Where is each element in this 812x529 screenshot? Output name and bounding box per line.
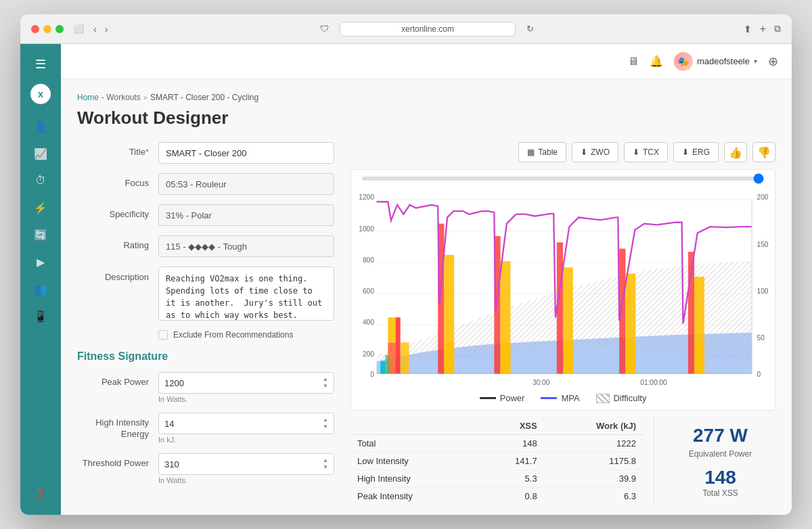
breadcrumb-separator: » — [143, 93, 148, 101]
title-input[interactable] — [158, 142, 334, 164]
hi-energy-hint: In kJ. — [158, 436, 334, 444]
breadcrumb-home[interactable]: Home — [77, 93, 99, 102]
stats-row-label: Low Intensity — [351, 453, 478, 470]
sidebar-item-chart[interactable]: 📈 — [27, 141, 54, 166]
maximize-button[interactable] — [55, 25, 64, 33]
titlebar: ⬜ ‹ › 🛡 xertonline.com ↻ ⬆ + ⧉ — [20, 14, 792, 44]
shield-icon: 🛡 — [320, 24, 329, 34]
stats-section: XSS Work (kJ) Total 148 1222 Low Intensi… — [351, 417, 775, 505]
sidebar-item-refresh[interactable]: 🔄 — [27, 223, 54, 247]
sidebar-item-device[interactable]: 📱 — [27, 304, 54, 328]
stats-row-label: Total — [351, 435, 478, 453]
hi-energy-label: High IntensityEnergy — [77, 413, 158, 440]
stats-row-work: 6.3 — [544, 488, 643, 505]
svg-rect-32 — [563, 342, 573, 373]
focus-input[interactable] — [158, 173, 334, 195]
add-user-icon[interactable]: ⊕ — [768, 54, 778, 69]
chart-range-slider[interactable] — [362, 177, 764, 181]
breadcrumb-workouts: - Workouts — [102, 93, 141, 102]
svg-rect-29 — [501, 342, 511, 373]
svg-text:0: 0 — [370, 371, 374, 378]
peak-power-down[interactable]: ▼ — [323, 383, 328, 390]
power-label: Power — [500, 393, 525, 403]
sidebar-item-timer[interactable]: ⏱ — [27, 168, 54, 193]
table-row: High Intensity 5.3 39.9 — [351, 470, 643, 488]
description-textarea[interactable]: Reaching VO2max is one thing. Spending l… — [158, 267, 334, 321]
svg-text:100: 100 — [757, 288, 769, 295]
url-text: xertonline.com — [401, 24, 454, 34]
tabs-icon[interactable]: ⧉ — [774, 23, 781, 34]
svg-rect-40 — [386, 355, 390, 374]
peak-power-up[interactable]: ▲ — [323, 376, 328, 383]
equiv-power-label: Equivalent Power — [689, 449, 752, 459]
zwo-button[interactable]: ⬇ ZWO — [572, 142, 618, 162]
stats-row-label: High Intensity — [351, 470, 478, 488]
refresh-icon[interactable]: ↻ — [526, 24, 534, 34]
chart-icon: 📈 — [34, 147, 47, 160]
legend-power: Power — [480, 393, 525, 403]
chevron-down-icon: ▾ — [754, 58, 757, 65]
sidebar-item-help[interactable]: ❓ — [27, 482, 54, 507]
rating-row: Rating — [77, 235, 334, 257]
peak-power-stepper[interactable]: 1200 ▲ ▼ — [158, 372, 334, 394]
close-button[interactable] — [31, 25, 39, 33]
svg-rect-21 — [395, 317, 400, 373]
hi-energy-down[interactable]: ▼ — [323, 423, 328, 430]
download-icon[interactable]: ⬆ — [744, 24, 752, 34]
mpa-line-icon — [541, 397, 557, 399]
user-menu[interactable]: 🎭 madeofsteele ▾ — [674, 52, 757, 71]
stats-col-empty — [351, 417, 478, 435]
specificity-input[interactable] — [158, 204, 334, 226]
content: Home - Workouts » SMART - Closer 200 - C… — [61, 79, 792, 515]
thumbup-button[interactable]: 👍 — [724, 142, 747, 162]
back-button[interactable]: ‹ — [91, 22, 99, 36]
svg-text:01:00:00: 01:00:00 — [640, 379, 667, 386]
forward-button[interactable]: › — [102, 22, 111, 36]
total-xss-label: Total XSS — [702, 488, 738, 498]
hamburger-menu[interactable]: ☰ — [27, 52, 54, 76]
exclude-checkbox[interactable] — [158, 330, 168, 340]
title-label: Title* — [77, 142, 158, 157]
svg-text:0: 0 — [757, 371, 761, 378]
threshold-row: Threshold Power 310 ▲ ▼ In Watts. — [77, 453, 334, 484]
refresh-icon: 🔄 — [34, 229, 47, 242]
rating-input[interactable] — [158, 235, 334, 257]
breadcrumb: Home - Workouts » SMART - Closer 200 - C… — [77, 93, 775, 102]
threshold-up[interactable]: ▲ — [323, 457, 328, 464]
stats-table: XSS Work (kJ) Total 148 1222 Low Intensi… — [351, 417, 643, 505]
bell-icon[interactable]: 🔔 — [650, 55, 663, 68]
table-button[interactable]: ▦ Table — [518, 142, 566, 162]
logo[interactable]: x — [27, 82, 54, 106]
threshold-down[interactable]: ▼ — [323, 464, 328, 471]
specificity-row: Specificity — [77, 204, 334, 226]
sidebar-item-user[interactable]: 👤 — [27, 114, 54, 139]
erg-button[interactable]: ⬇ ERG — [673, 142, 719, 162]
screen-icon[interactable]: 🖥 — [628, 55, 639, 68]
sidebar-toggle-icon[interactable]: ⬜ — [73, 24, 84, 34]
hi-energy-stepper[interactable]: 14 ▲ ▼ — [158, 413, 334, 434]
tcx-button[interactable]: ⬇ TCX — [624, 142, 668, 162]
specificity-label: Specificity — [77, 204, 158, 219]
svg-text:800: 800 — [363, 256, 374, 264]
hi-energy-row: High IntensityEnergy 14 ▲ ▼ In kJ. — [77, 413, 334, 444]
svg-text:50: 50 — [757, 334, 765, 342]
sidebar-item-play[interactable]: ▶ — [27, 250, 54, 274]
traffic-lights — [31, 25, 64, 33]
peak-power-label: Peak Power — [77, 372, 158, 387]
zwo-download-icon: ⬇ — [581, 147, 587, 157]
hi-energy-value: 14 — [164, 419, 174, 429]
thumbdown-button[interactable]: 👎 — [752, 142, 775, 162]
group-icon: 👥 — [34, 283, 47, 296]
stats-row-work: 39.9 — [544, 470, 643, 488]
right-panel: ▦ Table ⬇ ZWO ⬇ TCX — [351, 142, 775, 505]
sidebar-item-group[interactable]: 👥 — [27, 277, 54, 301]
threshold-stepper[interactable]: 310 ▲ ▼ — [158, 453, 334, 475]
sidebar-item-bolt[interactable]: ⚡ — [27, 196, 54, 220]
svg-rect-22 — [388, 317, 395, 342]
hi-energy-up[interactable]: ▲ — [323, 417, 328, 423]
url-bar[interactable]: xertonline.com — [340, 22, 516, 37]
minimize-button[interactable] — [43, 25, 51, 33]
svg-rect-39 — [380, 361, 385, 373]
title-row: Title* — [77, 142, 334, 164]
addtab-icon[interactable]: + — [760, 23, 766, 35]
